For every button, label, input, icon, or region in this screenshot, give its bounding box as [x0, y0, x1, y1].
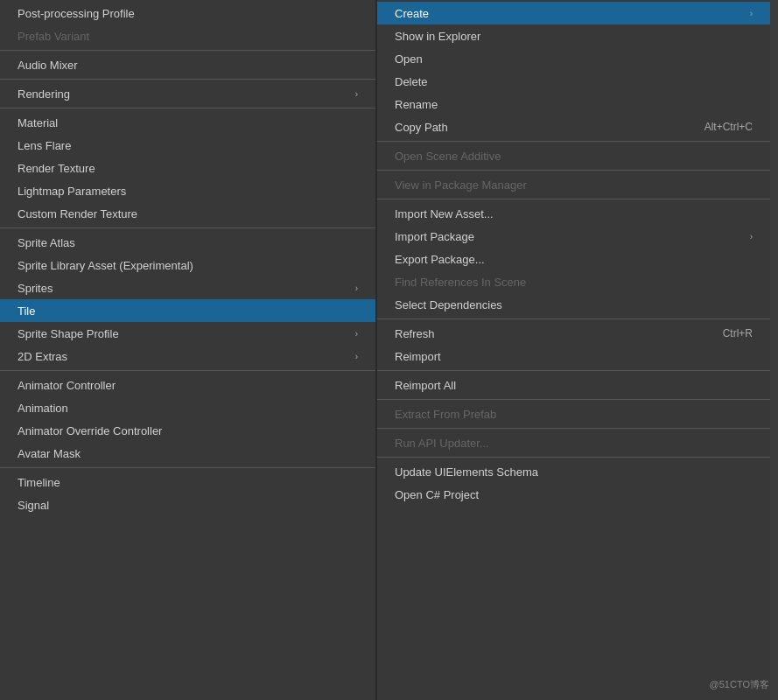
submenu-item-label: View in Package Manager — [395, 178, 527, 192]
right-menu-item-rename[interactable]: Rename — [377, 93, 770, 116]
menu-item-label: Animation — [18, 402, 68, 415]
left-menu-item-material[interactable]: Material — [0, 111, 375, 134]
submenu-item-label: Rename — [395, 98, 438, 111]
left-menu-item-rendering[interactable]: Rendering› — [0, 82, 375, 105]
menu-item-label: Prefab Variant — [18, 30, 89, 43]
left-menu-item-sprite-shape-profile[interactable]: Sprite Shape Profile› — [0, 322, 375, 345]
right-menu-item-open-csharp-project[interactable]: Open C# Project — [377, 483, 770, 506]
left-menu-item-timeline[interactable]: Timeline — [0, 471, 375, 494]
keyboard-shortcut: Ctrl+R — [723, 327, 753, 340]
right-menu-panel: Create›Show in ExplorerOpenDeleteRenameC… — [376, 0, 770, 700]
submenu-item-label: Import New Asset... — [395, 207, 494, 220]
right-menu-item-create[interactable]: Create› — [377, 2, 770, 24]
left-menu-item-animator-override-controller[interactable]: Animator Override Controller — [0, 419, 375, 442]
left-menu-item-sprites[interactable]: Sprites› — [0, 276, 375, 299]
right-menu-item-run-api-updater: Run API Updater... — [377, 431, 770, 454]
right-menu-item-export-package[interactable]: Export Package... — [377, 248, 770, 270]
menu-item-label: Lens Flare — [18, 139, 71, 152]
menu-item-label: Audio Mixer — [18, 59, 78, 72]
left-menu-item-audio-mixer[interactable]: Audio Mixer — [0, 53, 375, 76]
submenu-separator — [377, 457, 770, 458]
submenu-item-label: Select Dependencies — [395, 298, 502, 312]
right-menu-item-open-scene-additive: Open Scene Additive — [377, 144, 770, 167]
watermark-text: @51CTO博客 — [710, 678, 769, 691]
submenu-separator — [377, 199, 770, 200]
submenu-item-label: Find References In Scene — [395, 276, 526, 289]
right-menu-item-import-new-asset[interactable]: Import New Asset... — [377, 202, 770, 225]
right-menu-item-copy-path[interactable]: Copy PathAlt+Ctrl+C — [377, 116, 770, 138]
left-menu-item-render-texture[interactable]: Render Texture — [0, 157, 375, 179]
submenu-item-label: Reimport All — [395, 379, 456, 392]
menu-item-label: Sprites — [18, 282, 53, 295]
menu-item-label: Sprite Shape Profile — [18, 327, 119, 340]
submenu-item-label: Import Package — [395, 230, 474, 243]
menu-item-label: 2D Extras — [18, 350, 67, 363]
submenu-item-label: Open — [395, 52, 423, 66]
left-menu-item-sprite-atlas[interactable]: Sprite Atlas — [0, 231, 375, 254]
submenu-item-label: Extract From Prefab — [395, 408, 496, 421]
right-menu-item-open[interactable]: Open — [377, 47, 770, 70]
menu-item-label: Sprite Library Asset (Experimental) — [18, 259, 193, 272]
menu-separator — [0, 108, 375, 108]
submenu-separator — [377, 318, 770, 319]
left-menu-item-signal[interactable]: Signal — [0, 494, 375, 516]
left-menu-item-animator-controller[interactable]: Animator Controller — [0, 374, 375, 396]
menu-separator — [0, 79, 375, 80]
submenu-separator — [377, 428, 770, 429]
left-menu-panel: Post-processing ProfilePrefab VariantAud… — [0, 0, 376, 700]
submenu-separator — [377, 170, 770, 171]
left-menu-item-avatar-mask[interactable]: Avatar Mask — [0, 442, 375, 465]
submenu-arrow-icon: › — [355, 329, 358, 339]
submenu-separator — [377, 141, 770, 142]
submenu-arrow-icon: › — [355, 352, 358, 361]
right-menu-item-view-in-package-manager: View in Package Manager — [377, 173, 770, 196]
left-menu-item-2d-extras[interactable]: 2D Extras› — [0, 345, 375, 368]
menu-item-label: Animator Controller — [18, 379, 116, 392]
left-menu-item-tile[interactable]: Tile — [0, 299, 375, 322]
right-menu-item-select-dependencies[interactable]: Select Dependencies — [377, 293, 770, 316]
submenu-item-label: Run API Updater... — [395, 437, 489, 450]
menu-separator — [0, 50, 375, 51]
menu-item-label: Signal — [18, 499, 49, 512]
left-menu-item-lightmap-parameters[interactable]: Lightmap Parameters — [0, 179, 375, 202]
submenu-separator — [377, 399, 770, 400]
right-menu-item-find-references-in-scene: Find References In Scene — [377, 270, 770, 293]
right-menu-item-reimport[interactable]: Reimport — [377, 345, 770, 368]
submenu-item-label: Delete — [395, 75, 428, 88]
submenu-item-label: Open Scene Additive — [395, 150, 501, 163]
menu-item-label: Animator Override Controller — [18, 424, 162, 438]
left-menu-item-prefab-variant: Prefab Variant — [0, 24, 375, 47]
submenu-arrow-icon: › — [750, 9, 753, 18]
left-menu-item-post-processing-profile[interactable]: Post-processing Profile — [0, 2, 375, 24]
submenu-item-label: Create — [395, 7, 429, 20]
menu-item-label: Timeline — [18, 476, 60, 489]
right-menu-item-extract-from-prefab: Extract From Prefab — [377, 402, 770, 425]
menu-item-label: Custom Render Texture — [18, 207, 137, 220]
context-menu-container: Post-processing ProfilePrefab VariantAud… — [0, 0, 778, 700]
right-menu-item-show-in-explorer[interactable]: Show in Explorer — [377, 24, 770, 47]
menu-item-label: Avatar Mask — [18, 447, 81, 460]
submenu-item-label: Refresh — [395, 327, 435, 340]
submenu-item-label: Show in Explorer — [395, 30, 480, 43]
left-menu-item-custom-render-texture[interactable]: Custom Render Texture — [0, 202, 375, 225]
left-menu-item-sprite-library-asset[interactable]: Sprite Library Asset (Experimental) — [0, 254, 375, 276]
left-menu-item-animation[interactable]: Animation — [0, 396, 375, 419]
submenu-item-label: Copy Path — [395, 121, 448, 134]
menu-item-label: Sprite Atlas — [18, 236, 75, 249]
right-menu-item-delete[interactable]: Delete — [377, 70, 770, 93]
submenu-separator — [377, 370, 770, 371]
right-menu-item-reimport-all[interactable]: Reimport All — [377, 374, 770, 396]
menu-item-label: Material — [18, 116, 58, 130]
submenu-item-label: Export Package... — [395, 253, 485, 266]
submenu-arrow-icon: › — [355, 89, 358, 99]
submenu-arrow-icon: › — [355, 284, 358, 293]
submenu-item-label: Reimport — [395, 350, 441, 363]
left-menu-item-lens-flare[interactable]: Lens Flare — [0, 134, 375, 157]
menu-item-label: Tile — [18, 304, 35, 318]
right-menu-item-refresh[interactable]: RefreshCtrl+R — [377, 322, 770, 345]
menu-item-label: Render Texture — [18, 162, 95, 175]
right-menu-item-import-package[interactable]: Import Package› — [377, 225, 770, 248]
menu-separator — [0, 467, 375, 468]
submenu-item-label: Open C# Project — [395, 488, 479, 501]
right-menu-item-update-ui-elements-schema[interactable]: Update UIElements Schema — [377, 460, 770, 483]
